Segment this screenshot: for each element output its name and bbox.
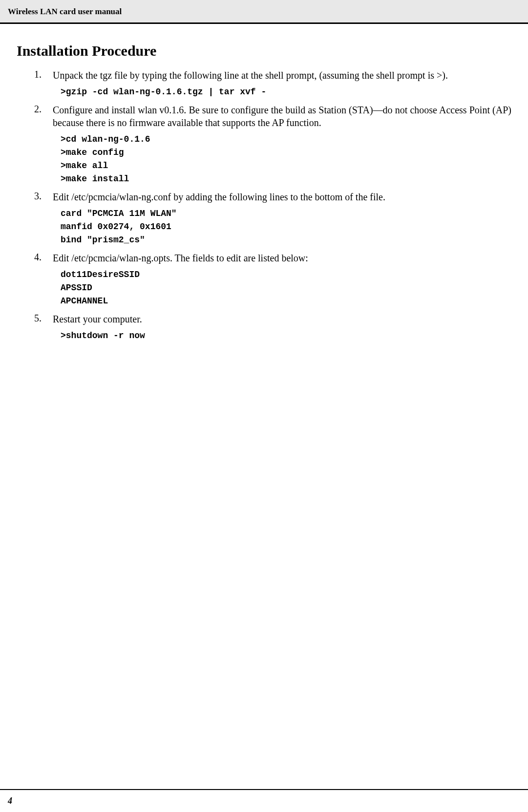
header-title: Wireless LAN card user manual <box>8 7 122 16</box>
installation-steps: 1. Unpack the tgz file by typing the fol… <box>17 69 511 342</box>
step-code: dot11DesireSSID APSSID APCHANNEL <box>61 268 511 308</box>
step-code: >shutdown -r now <box>61 329 511 342</box>
step-number: 1. <box>34 69 53 80</box>
step-number: 3. <box>34 191 53 202</box>
step-text: Unpack the tgz file by typing the follow… <box>53 69 511 82</box>
step-number: 2. <box>34 104 53 115</box>
step-1: 1. Unpack the tgz file by typing the fol… <box>34 69 511 99</box>
step-5: 5. Restart your computer. >shutdown -r n… <box>34 313 511 342</box>
page-number: 4 <box>8 796 12 806</box>
step-text: Edit /etc/pcmcia/wlan-ng.conf by adding … <box>53 191 511 203</box>
step-4: 4. Edit /etc/pcmcia/wlan-ng.opts. The fi… <box>34 252 511 308</box>
step-code: card "PCMCIA 11M WLAN" manfid 0x0274, 0x… <box>61 207 511 247</box>
step-code: >gzip -cd wlan-ng-0.1.6.tgz | tar xvf - <box>61 85 511 99</box>
step-3: 3. Edit /etc/pcmcia/wlan-ng.conf by addi… <box>34 191 511 247</box>
step-text: Configure and install wlan v0.1.6. Be su… <box>53 104 511 129</box>
page-header: Wireless LAN card user manual <box>0 0 528 24</box>
step-code: >cd wlan-ng-0.1.6 >make config >make all… <box>61 133 511 186</box>
step-text: Edit /etc/pcmcia/wlan-ng.opts. The field… <box>53 252 511 264</box>
page-content: Installation Procedure 1. Unpack the tgz… <box>0 24 528 357</box>
step-2: 2. Configure and install wlan v0.1.6. Be… <box>34 104 511 186</box>
step-number: 4. <box>34 252 53 263</box>
page-footer: 4 <box>0 789 528 812</box>
main-heading: Installation Procedure <box>17 43 511 59</box>
step-text: Restart your computer. <box>53 313 511 325</box>
step-number: 5. <box>34 313 53 324</box>
